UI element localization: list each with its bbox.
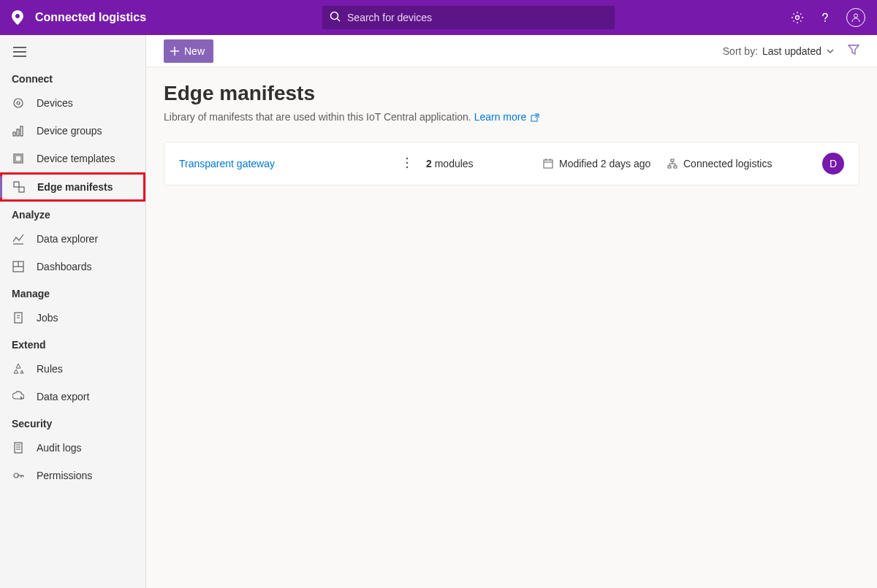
nav-section-connect: Connect xyxy=(0,66,145,89)
sort-label: Sort by: xyxy=(723,45,758,57)
location-pin-icon xyxy=(12,10,23,25)
external-link-icon xyxy=(531,113,539,122)
jobs-icon xyxy=(12,312,25,324)
svg-rect-42 xyxy=(671,159,674,161)
nav-label: Jobs xyxy=(37,312,58,324)
permissions-icon xyxy=(12,470,25,481)
sort-value: Last updated xyxy=(762,45,821,57)
svg-rect-43 xyxy=(668,166,671,168)
rules-icon xyxy=(12,363,25,375)
more-options-icon[interactable] xyxy=(406,157,409,171)
svg-point-0 xyxy=(331,12,338,19)
svg-point-4 xyxy=(854,14,858,18)
page-title: Edge manifests xyxy=(164,82,859,105)
audit-logs-icon xyxy=(12,442,25,454)
nav-item-device-templates[interactable]: Device templates xyxy=(0,145,145,172)
svg-rect-14 xyxy=(15,156,21,161)
sort-by-dropdown[interactable]: Sort by: Last updated xyxy=(723,45,835,57)
sidebar: Connect Devices Device groups Device tem… xyxy=(0,35,146,588)
chevron-down-icon xyxy=(826,47,835,56)
page-subtitle-text: Library of manifests that are used withi… xyxy=(164,111,471,123)
svg-point-8 xyxy=(14,99,23,107)
device-templates-icon xyxy=(12,153,25,164)
nav-label: Edge manifests xyxy=(37,181,113,193)
svg-rect-16 xyxy=(19,187,24,192)
svg-rect-12 xyxy=(20,126,23,136)
nav-label: Device groups xyxy=(37,125,102,137)
owner-avatar: D xyxy=(822,153,844,175)
devices-icon xyxy=(12,97,25,109)
svg-point-36 xyxy=(406,161,409,164)
top-header: Connected logistics xyxy=(0,0,877,35)
nav-item-data-explorer[interactable]: Data explorer xyxy=(0,225,145,253)
nav-item-audit-logs[interactable]: Audit logs xyxy=(0,434,145,462)
nav-label: Data export xyxy=(37,391,89,402)
svg-point-9 xyxy=(17,102,20,104)
search-input[interactable] xyxy=(347,12,607,23)
learn-more-link[interactable]: Learn more xyxy=(474,111,539,123)
nav-section-security: Security xyxy=(0,411,145,434)
search-icon xyxy=(330,11,341,25)
plus-icon xyxy=(170,46,180,56)
nav-label: Dashboards xyxy=(37,261,92,272)
nav-item-edge-manifests[interactable]: Edge manifests xyxy=(0,172,145,202)
filter-icon[interactable] xyxy=(848,44,859,58)
device-groups-icon xyxy=(12,125,25,137)
svg-rect-10 xyxy=(13,132,15,136)
main-content: New Sort by: Last updated Edge manifests… xyxy=(146,35,877,588)
nav-item-device-groups[interactable]: Device groups xyxy=(0,117,145,145)
manifest-name-link[interactable]: Transparent gateway xyxy=(179,158,406,169)
svg-point-28 xyxy=(14,473,18,478)
svg-rect-11 xyxy=(17,129,19,136)
toolbar-right: Sort by: Last updated xyxy=(723,44,859,58)
org-icon xyxy=(667,159,677,169)
svg-line-1 xyxy=(338,18,341,21)
nav-section-extend: Extend xyxy=(0,332,145,355)
toolbar: New Sort by: Last updated xyxy=(146,35,877,67)
user-avatar[interactable] xyxy=(846,8,865,27)
svg-rect-24 xyxy=(15,443,22,453)
svg-point-37 xyxy=(406,166,409,168)
data-export-icon xyxy=(12,391,25,402)
new-button-label: New xyxy=(184,45,205,57)
nav-label: Permissions xyxy=(37,470,92,481)
nav-item-rules[interactable]: Rules xyxy=(0,355,145,383)
content-area: Edge manifests Library of manifests that… xyxy=(146,67,877,200)
svg-point-2 xyxy=(796,16,800,20)
nav-label: Device templates xyxy=(37,153,115,164)
svg-rect-15 xyxy=(14,182,19,187)
nav-item-devices[interactable]: Devices xyxy=(0,89,145,117)
nav-item-permissions[interactable]: Permissions xyxy=(0,462,145,489)
nav-item-data-export[interactable]: Data export xyxy=(0,383,145,411)
header-left: Connected logistics xyxy=(12,10,146,25)
nav-label: Devices xyxy=(37,97,73,109)
search-container xyxy=(146,6,791,29)
search-box[interactable] xyxy=(322,6,615,29)
svg-point-35 xyxy=(406,157,409,159)
calendar-icon xyxy=(543,159,553,169)
manifest-row: Transparent gateway 2 modules Modified 2… xyxy=(164,142,859,186)
nav-section-analyze: Analyze xyxy=(0,202,145,225)
app-title: Connected logistics xyxy=(35,11,146,24)
gear-icon[interactable] xyxy=(791,11,804,24)
svg-rect-38 xyxy=(544,160,553,168)
new-button[interactable]: New xyxy=(164,39,213,63)
modified-date: Modified 2 days ago xyxy=(543,158,667,169)
module-count: 2 modules xyxy=(426,158,543,169)
nav-section-manage: Manage xyxy=(0,280,145,304)
nav-item-dashboards[interactable]: Dashboards xyxy=(0,253,145,280)
help-icon[interactable] xyxy=(819,11,832,24)
nav-label: Rules xyxy=(37,363,63,375)
data-explorer-icon xyxy=(12,233,25,245)
svg-rect-44 xyxy=(674,166,677,168)
page-subtitle: Library of manifests that are used withi… xyxy=(164,110,859,124)
nav-label: Data explorer xyxy=(37,233,98,245)
hamburger-button[interactable] xyxy=(0,44,145,66)
svg-point-3 xyxy=(824,20,826,22)
header-right xyxy=(791,8,865,27)
dashboards-icon xyxy=(12,261,25,272)
nav-label: Audit logs xyxy=(37,442,81,454)
nav-item-jobs[interactable]: Jobs xyxy=(0,304,145,332)
edge-manifests-icon xyxy=(12,181,26,193)
organization: Connected logistics D xyxy=(667,153,844,175)
